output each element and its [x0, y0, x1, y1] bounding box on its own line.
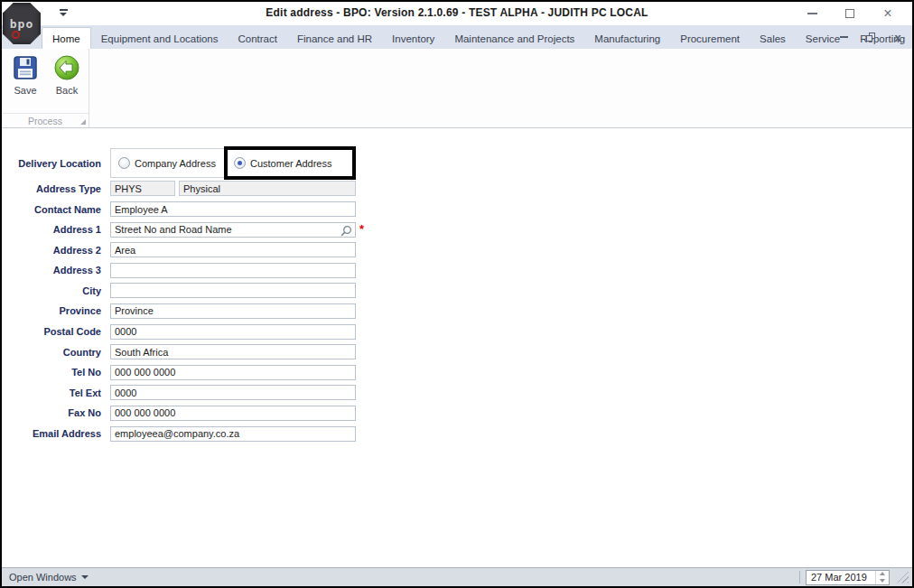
tab-procurement[interactable]: Procurement [670, 28, 750, 49]
address3-label: Address 3 [2, 265, 101, 275]
tab-maintenance-and-projects[interactable]: Maintenance and Projects [444, 28, 584, 49]
radio-unselected-icon [118, 157, 130, 169]
process-ribbon-group: Save Back [2, 49, 89, 127]
address-type-code-field[interactable] [110, 181, 175, 196]
tel-ext-field[interactable] [110, 385, 356, 400]
maximize-icon [845, 9, 854, 18]
address1-field-wrap [110, 222, 356, 238]
maximize-button[interactable] [831, 3, 869, 24]
postal-code-field[interactable] [110, 324, 356, 340]
delivery-location-group: Company Address Customer Address [110, 148, 356, 178]
back-button[interactable]: Back [47, 52, 87, 96]
tab-home[interactable]: Home [42, 27, 91, 49]
close-button[interactable]: × [869, 3, 907, 24]
status-bar: Open Windows [2, 567, 912, 586]
province-label: Province [2, 305, 101, 316]
customer-address-radio[interactable]: Customer Address [234, 157, 331, 169]
tab-finance-and-hr[interactable]: Finance and HR [287, 28, 382, 49]
title-bar: bpo Edit address - BPO: Version 2.1.0.69… [2, 2, 912, 25]
address-type-row: Address Type [2, 181, 912, 196]
city-label: City [2, 285, 101, 296]
mdi-restore-button[interactable] [863, 30, 878, 44]
address-type-description-field[interactable] [179, 181, 356, 196]
date-spin-down-button[interactable] [876, 577, 889, 584]
window-controls: × [793, 2, 907, 25]
tel-no-field[interactable] [110, 365, 356, 380]
tab-inventory[interactable]: Inventory [382, 28, 444, 49]
open-windows-label: Open Windows [9, 572, 77, 583]
address1-label: Address 1 [2, 224, 101, 235]
back-arrow-icon [53, 54, 80, 81]
radio-selected-icon [234, 157, 246, 169]
resize-grip-icon[interactable] [897, 572, 909, 583]
company-address-radio[interactable]: Company Address [111, 157, 225, 169]
process-group-footer: Process [2, 113, 89, 127]
window-title: Edit address - BPO: Version 2.1.0.69 - T… [2, 6, 912, 19]
address2-field[interactable] [110, 242, 356, 257]
required-asterisk: * [359, 225, 364, 234]
spin-down-icon [880, 579, 885, 583]
country-field[interactable] [110, 344, 356, 359]
back-button-label: Back [56, 85, 78, 96]
tab-contract[interactable]: Contract [228, 28, 286, 49]
chevron-down-icon [81, 575, 89, 579]
fax-no-row: Fax No [2, 406, 912, 421]
spin-up-icon [880, 572, 885, 575]
open-windows-dropdown[interactable]: Open Windows [9, 572, 89, 583]
contact-name-field[interactable] [110, 201, 356, 217]
customer-address-label: Customer Address [250, 158, 331, 169]
tab-equipment-and-locations[interactable]: Equipment and Locations [91, 28, 228, 49]
tab-manufacturing[interactable]: Manufacturing [584, 28, 670, 49]
mdi-restore-icon [866, 33, 875, 42]
close-icon: × [883, 6, 891, 21]
province-field[interactable] [110, 303, 356, 319]
email-address-field[interactable] [110, 426, 356, 442]
tel-ext-row: Tel Ext [2, 385, 912, 400]
province-row: Province [2, 303, 912, 319]
country-row: Country [2, 344, 912, 359]
mdi-close-button[interactable]: x [891, 30, 905, 44]
bpo-logo-icon: bpo [3, 3, 41, 44]
ribbon: Save Back [2, 49, 912, 128]
save-button[interactable]: Save [5, 52, 45, 96]
status-separator [799, 571, 800, 583]
fax-no-field[interactable] [110, 406, 356, 421]
date-spin-up-button[interactable] [876, 571, 889, 578]
minimize-icon [807, 13, 817, 14]
customer-address-highlight: Customer Address [224, 146, 356, 180]
address2-row: Address 2 [2, 242, 912, 257]
minimize-button[interactable] [793, 3, 831, 24]
country-label: Country [2, 347, 101, 358]
process-group-label: Process [28, 116, 62, 126]
mdi-window-controls: x [836, 25, 905, 49]
date-field[interactable] [807, 571, 875, 584]
tel-ext-label: Tel Ext [2, 387, 101, 398]
contact-name-label: Contact Name [2, 204, 101, 215]
address-type-label: Address Type [2, 183, 101, 194]
mdi-close-icon: x [894, 32, 900, 43]
email-address-row: Email Address [2, 426, 912, 442]
bpo-logo-text: bpo [10, 17, 33, 31]
mdi-minimize-button[interactable] [836, 30, 851, 44]
mdi-minimize-icon [840, 36, 848, 38]
delivery-location-row: Delivery Location Company Address Custom… [2, 147, 912, 179]
address1-field[interactable] [110, 222, 356, 238]
search-icon[interactable] [340, 224, 352, 236]
save-button-label: Save [14, 85, 36, 96]
postal-code-label: Postal Code [2, 326, 101, 337]
logo-red-ring [12, 31, 20, 39]
postal-code-row: Postal Code [2, 324, 912, 340]
address1-row: Address 1 * [2, 222, 912, 238]
group-dialog-launcher-icon[interactable] [80, 119, 86, 125]
contact-name-row: Contact Name [2, 201, 912, 217]
address3-field[interactable] [110, 263, 356, 278]
tel-no-label: Tel No [2, 367, 101, 378]
date-spinner [806, 570, 890, 585]
company-address-label: Company Address [135, 158, 216, 169]
floppy-disk-icon [12, 54, 39, 81]
city-field[interactable] [110, 283, 356, 298]
date-spin-buttons [875, 571, 889, 584]
app-window: bpo Edit address - BPO: Version 2.1.0.69… [0, 0, 914, 588]
tab-sales[interactable]: Sales [750, 28, 796, 49]
address2-label: Address 2 [2, 245, 101, 256]
